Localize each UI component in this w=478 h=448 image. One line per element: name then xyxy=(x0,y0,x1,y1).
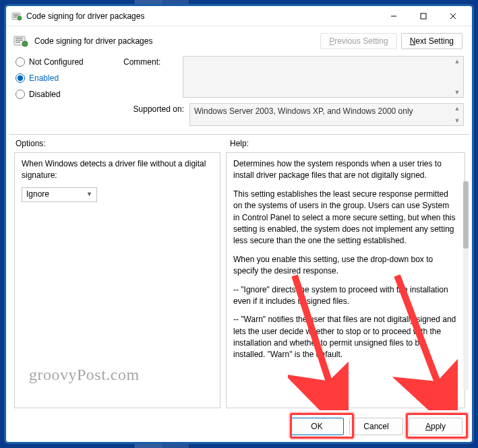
help-paragraph: When you enable this setting, use the dr… xyxy=(233,254,456,278)
scroll-down-icon[interactable]: ▼ xyxy=(452,88,462,96)
help-paragraph: -- "Warn" notifies the user that files a… xyxy=(233,314,456,361)
options-pane: When Windows detects a driver file witho… xyxy=(14,152,220,408)
apply-button[interactable]: Apply xyxy=(409,418,462,435)
maximize-button[interactable] xyxy=(409,6,438,26)
minimize-button[interactable] xyxy=(379,6,409,26)
radio-not-configured[interactable]: Not Configured xyxy=(16,57,123,67)
svg-rect-11 xyxy=(16,40,23,40)
scrollbar[interactable] xyxy=(463,181,469,390)
options-label: Options: xyxy=(16,139,222,148)
help-pane[interactable]: Determines how the system responds when … xyxy=(226,152,465,408)
signature-action-select[interactable]: Ignore ▼ xyxy=(22,187,97,202)
titlebar[interactable]: Code signing for driver packages xyxy=(6,6,472,26)
window-title: Code signing for driver packages xyxy=(26,11,375,21)
footer: OK Cancel Apply xyxy=(6,412,472,442)
help-paragraph: -- "Ignore" directs the system to procee… xyxy=(233,284,456,308)
comment-label: Comment: xyxy=(123,56,177,67)
help-paragraph: Determines how the system responds when … xyxy=(233,158,456,182)
supported-on-field: Windows Server 2003, Windows XP, and Win… xyxy=(189,103,464,126)
policy-large-icon xyxy=(13,34,29,48)
help-paragraph: This setting establishes the least secur… xyxy=(233,189,456,247)
previous-setting-button: Previous Setting xyxy=(320,33,396,49)
close-button[interactable] xyxy=(438,6,468,26)
svg-rect-6 xyxy=(421,13,426,19)
policy-icon xyxy=(11,11,22,22)
svg-rect-2 xyxy=(13,15,19,16)
svg-rect-1 xyxy=(13,14,19,15)
svg-rect-10 xyxy=(16,38,23,38)
ok-button[interactable]: OK xyxy=(290,418,344,435)
option-text: When Windows detects a driver file witho… xyxy=(22,158,213,182)
radio-enabled[interactable]: Enabled xyxy=(16,73,123,83)
next-setting-button[interactable]: Next Setting xyxy=(401,33,462,49)
state-radio-group: Not Configured Enabled Disabled xyxy=(16,56,123,126)
comment-field[interactable]: ▲ ▼ xyxy=(183,56,464,98)
svg-rect-3 xyxy=(13,17,17,18)
chevron-down-icon: ▼ xyxy=(86,190,92,199)
scroll-up-icon[interactable]: ▲ xyxy=(452,57,462,65)
subheader: Code signing for driver packages Previou… xyxy=(6,26,472,53)
radio-disabled[interactable]: Disabled xyxy=(16,90,123,99)
scroll-up-icon[interactable]: ▲ xyxy=(452,104,462,113)
svg-point-13 xyxy=(22,41,28,46)
scroll-down-icon[interactable]: ▼ xyxy=(452,117,462,125)
svg-rect-12 xyxy=(16,42,20,42)
supported-on-label: Supported on: xyxy=(123,103,184,114)
svg-point-4 xyxy=(18,16,22,20)
scrollbar-thumb[interactable] xyxy=(463,181,469,249)
dialog-window: Code signing for driver packages Code si… xyxy=(6,6,472,442)
help-label: Help: xyxy=(230,139,249,148)
policy-name: Code signing for driver packages xyxy=(34,36,315,46)
cancel-button[interactable]: Cancel xyxy=(349,418,403,435)
